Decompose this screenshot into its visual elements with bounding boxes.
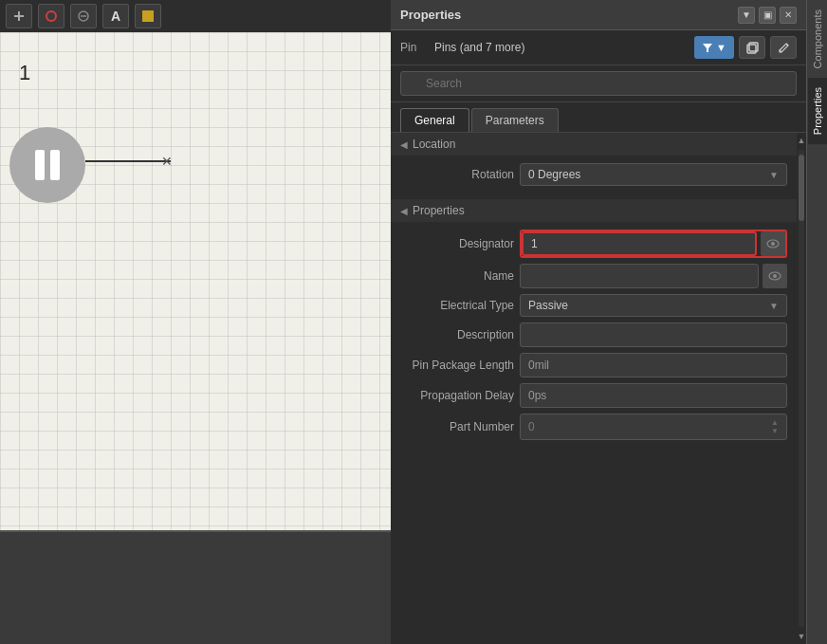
tab-parameters[interactable]: Parameters	[471, 108, 559, 132]
scrollbar-down-arrow[interactable]: ▼	[797, 629, 806, 644]
scrollable-content: ◀ Location Rotation 0 Degrees ▼ ◀ Pr	[391, 133, 797, 644]
location-arrow-icon: ◀	[400, 139, 408, 150]
tabs-row: General Parameters	[391, 102, 806, 133]
panel-minimize-btn[interactable]: ▼	[738, 7, 755, 24]
name-visibility-btn[interactable]	[763, 264, 787, 288]
right-panel: Properties ▼ ▣ ✕ Pin Pins (and 7 more) ▼	[391, 0, 827, 644]
electrical-type-label: Electrical Type	[400, 299, 514, 312]
rotation-dropdown-arrow-icon: ▼	[769, 170, 779, 180]
scrollbar-track[interactable]	[799, 150, 804, 627]
location-label: Location	[413, 138, 455, 151]
rotation-row: Rotation 0 Degrees ▼	[400, 163, 787, 186]
description-row: Description	[400, 322, 787, 347]
svg-point-12	[773, 274, 777, 278]
rotation-dropdown[interactable]: 0 Degrees ▼	[520, 163, 787, 186]
pin-cross: ✕	[161, 154, 173, 169]
scrollbar-thumb[interactable]	[799, 155, 804, 221]
scrollbar-up-arrow[interactable]: ▲	[797, 133, 806, 148]
pin-line	[85, 160, 171, 162]
pin-label: Pin	[400, 41, 427, 54]
toolbar-icon-1[interactable]	[6, 4, 32, 28]
properties-content: Designator Name	[391, 222, 797, 453]
toolbar-icon-5[interactable]	[135, 4, 161, 28]
part-number-arrows-icon: ▲▼	[771, 418, 779, 435]
pause-symbol	[9, 127, 85, 203]
filter-button[interactable]: ▼	[694, 36, 734, 59]
designator-input[interactable]	[522, 231, 757, 256]
side-tab-components[interactable]: Components	[808, 0, 827, 78]
location-section-header[interactable]: ◀ Location	[391, 133, 797, 156]
electrical-type-row: Electrical Type Passive ▼	[400, 294, 787, 317]
name-input[interactable]	[520, 264, 759, 288]
properties-panel: Properties ▼ ▣ ✕ Pin Pins (and 7 more) ▼	[391, 0, 806, 644]
canvas-area: A 1 ✕	[0, 0, 391, 644]
scrollbar[interactable]: ▲ ▼	[797, 133, 806, 644]
location-content: Rotation 0 Degrees ▼	[391, 156, 797, 199]
svg-rect-5	[142, 10, 154, 22]
properties-arrow-icon: ◀	[400, 206, 408, 216]
pin-value: Pins (and 7 more)	[434, 41, 524, 54]
svg-rect-1	[18, 11, 20, 21]
part-number-dropdown[interactable]: 0 ▲▼	[520, 414, 787, 440]
name-row: Name	[400, 264, 787, 288]
part-number-value: 0	[528, 420, 535, 433]
designator-label: Designator	[400, 237, 514, 250]
toolbar: A	[0, 0, 391, 32]
designator-row: Designator	[400, 230, 787, 258]
search-wrapper: 🔍	[400, 71, 797, 96]
name-field-wrapper	[520, 264, 787, 288]
pin-package-length-value: 0mil	[520, 353, 787, 377]
canvas-content: 1 ✕	[0, 32, 391, 530]
side-tab-properties[interactable]: Properties	[808, 78, 827, 144]
toolbar-icon-3[interactable]	[70, 4, 97, 28]
designator-visibility-btn[interactable]	[761, 231, 785, 256]
panel-scroll-area: ◀ Location Rotation 0 Degrees ▼ ◀ Pr	[391, 133, 806, 644]
canvas-number: 1	[19, 61, 30, 85]
properties-label: Properties	[413, 204, 465, 217]
edit-button[interactable]	[770, 36, 797, 59]
name-label: Name	[400, 269, 514, 283]
electrical-type-value: Passive	[528, 299, 568, 312]
toolbar-icon-2[interactable]	[38, 4, 64, 28]
svg-point-10	[771, 242, 775, 246]
properties-section-header[interactable]: ◀ Properties	[391, 199, 797, 222]
tab-general[interactable]: General	[400, 108, 469, 132]
filter-dropdown-arrow: ▼	[716, 42, 726, 53]
panel-header: Properties ▼ ▣ ✕	[391, 0, 806, 30]
panel-title: Properties	[400, 8, 461, 22]
pin-package-length-label: Pin Package Length	[400, 359, 514, 372]
panel-close-btn[interactable]: ✕	[780, 7, 797, 24]
propagation-delay-label: Propagation Delay	[400, 389, 514, 402]
pause-bar-right	[50, 150, 60, 180]
electrical-type-dropdown[interactable]: Passive ▼	[520, 294, 787, 317]
propagation-delay-row: Propagation Delay 0ps	[400, 383, 787, 408]
part-number-label: Part Number	[400, 420, 514, 433]
search-input[interactable]	[400, 71, 797, 96]
rotation-value: 0 Degrees	[528, 168, 580, 181]
pause-bar-left	[35, 150, 45, 180]
part-number-row: Part Number 0 ▲▼	[400, 414, 787, 440]
copy-button[interactable]	[739, 36, 765, 59]
svg-point-2	[46, 11, 56, 21]
panel-header-controls: ▼ ▣ ✕	[738, 7, 797, 24]
electrical-type-arrow-icon: ▼	[769, 301, 779, 311]
propagation-delay-value: 0ps	[520, 383, 787, 408]
designator-field-wrapper	[520, 230, 787, 258]
search-row: 🔍	[391, 65, 806, 102]
panel-dock-btn[interactable]: ▣	[759, 7, 776, 24]
description-input[interactable]	[520, 322, 787, 347]
bottom-bar	[0, 530, 391, 644]
toolbar-icon-4[interactable]: A	[102, 4, 129, 28]
description-label: Description	[400, 328, 514, 341]
side-tab-panel: Components Properties	[806, 0, 827, 644]
pin-package-length-row: Pin Package Length 0mil	[400, 353, 787, 377]
svg-marker-6	[703, 44, 712, 52]
rotation-label: Rotation	[400, 168, 514, 181]
pin-row: Pin Pins (and 7 more) ▼	[391, 30, 806, 65]
